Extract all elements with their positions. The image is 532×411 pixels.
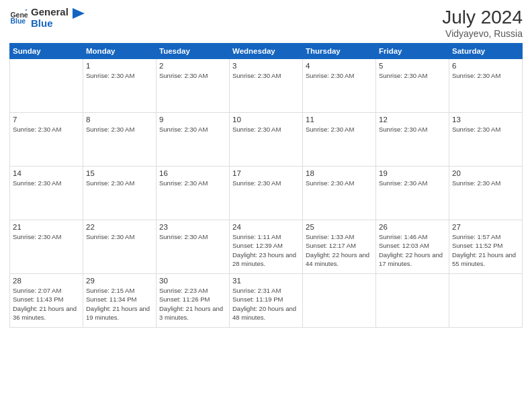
day-number: 15 — [86, 169, 153, 177]
day-info: Sunrise: 2:30 AM — [86, 232, 153, 241]
calendar-table: Sunday Monday Tuesday Wednesday Thursday… — [9, 43, 523, 328]
header: General Blue General Blue July 2024 Vidy… — [9, 7, 523, 39]
col-saturday: Saturday — [449, 44, 523, 59]
calendar-cell: 7Sunrise: 2:30 AM — [10, 113, 83, 167]
calendar-cell — [449, 274, 523, 328]
day-info: Sunrise: 2:30 AM — [13, 179, 80, 187]
day-number: 13 — [452, 116, 519, 124]
logo-blue: Blue — [31, 18, 69, 30]
logo-general: General — [31, 7, 69, 18]
day-number: 31 — [232, 277, 300, 285]
calendar-cell: 17Sunrise: 2:30 AM — [230, 167, 303, 220]
day-info: Sunrise: 2:30 AM — [306, 125, 373, 134]
logo-icon: General Blue — [9, 9, 28, 28]
day-info: Sunrise: 1:46 AM Sunset: 12:03 AM Daylig… — [379, 232, 446, 268]
calendar-cell: 11Sunrise: 2:30 AM — [303, 113, 376, 167]
logo: General Blue General Blue — [9, 7, 85, 29]
day-info: Sunrise: 2:30 AM — [86, 71, 153, 80]
day-info: Sunrise: 2:07 AM Sunset: 11:43 PM Daylig… — [13, 286, 80, 322]
day-info: Sunrise: 2:30 AM — [232, 71, 300, 80]
calendar-cell: 10Sunrise: 2:30 AM — [230, 113, 303, 167]
calendar-week-row: 7Sunrise: 2:30 AM8Sunrise: 2:30 AM9Sunri… — [10, 113, 523, 167]
calendar-week-row: 21Sunrise: 2:30 AM22Sunrise: 2:30 AM23Su… — [10, 220, 523, 274]
calendar-cell: 19Sunrise: 2:30 AM — [376, 167, 449, 220]
col-thursday: Thursday — [303, 44, 376, 59]
calendar-cell: 5Sunrise: 2:30 AM — [376, 59, 449, 113]
title-block: July 2024 Vidyayevo, Russia — [442, 7, 523, 39]
day-number: 14 — [13, 169, 80, 177]
day-number: 4 — [306, 62, 373, 70]
calendar-header-row: Sunday Monday Tuesday Wednesday Thursday… — [10, 44, 523, 59]
day-info: Sunrise: 2:30 AM — [452, 179, 519, 187]
day-number: 5 — [379, 62, 446, 70]
day-info: Sunrise: 2:30 AM — [86, 179, 153, 187]
day-info: Sunrise: 2:30 AM — [232, 125, 300, 134]
day-number: 29 — [86, 277, 153, 285]
calendar-cell: 12Sunrise: 2:30 AM — [376, 113, 449, 167]
day-number: 19 — [379, 169, 446, 177]
day-number: 7 — [13, 116, 80, 124]
calendar-cell: 18Sunrise: 2:30 AM — [303, 167, 376, 220]
calendar-cell: 23Sunrise: 2:30 AM — [157, 220, 230, 274]
col-friday: Friday — [376, 44, 449, 59]
day-info: Sunrise: 2:30 AM — [379, 179, 446, 187]
calendar-cell — [376, 274, 449, 328]
calendar-cell: 4Sunrise: 2:30 AM — [303, 59, 376, 113]
day-info: Sunrise: 2:30 AM — [159, 71, 226, 80]
day-number: 24 — [232, 223, 300, 231]
day-number: 6 — [452, 62, 519, 70]
page: General Blue General Blue July 2024 Vidy… — [0, 0, 532, 411]
day-number: 16 — [159, 169, 226, 177]
calendar-cell: 21Sunrise: 2:30 AM — [10, 220, 83, 274]
calendar-cell: 30Sunrise: 2:23 AM Sunset: 11:26 PM Dayl… — [157, 274, 230, 328]
day-info: Sunrise: 2:30 AM — [86, 125, 153, 134]
calendar-cell: 31Sunrise: 2:31 AM Sunset: 11:19 PM Dayl… — [230, 274, 303, 328]
day-info: Sunrise: 2:30 AM — [379, 125, 446, 134]
calendar-cell: 8Sunrise: 2:30 AM — [83, 113, 157, 167]
svg-text:Blue: Blue — [10, 17, 26, 25]
month-year: July 2024 — [442, 7, 523, 28]
day-number: 11 — [306, 116, 373, 124]
logo-triangle-icon — [73, 8, 85, 23]
day-info: Sunrise: 2:30 AM — [379, 71, 446, 80]
day-info: Sunrise: 2:15 AM Sunset: 11:34 PM Daylig… — [86, 286, 153, 322]
calendar-cell: 9Sunrise: 2:30 AM — [157, 113, 230, 167]
day-number: 27 — [452, 223, 519, 231]
day-info: Sunrise: 2:30 AM — [306, 179, 373, 187]
day-info: Sunrise: 2:30 AM — [13, 232, 80, 241]
day-info: Sunrise: 1:11 AM Sunset: 12:39 AM Daylig… — [232, 232, 300, 268]
day-number: 20 — [452, 169, 519, 177]
calendar-cell: 14Sunrise: 2:30 AM — [10, 167, 83, 220]
day-number: 25 — [306, 223, 373, 231]
day-number: 22 — [86, 223, 153, 231]
day-number: 3 — [232, 62, 300, 70]
day-number: 30 — [159, 277, 226, 285]
col-wednesday: Wednesday — [230, 44, 303, 59]
day-number: 2 — [159, 62, 226, 70]
day-number: 17 — [232, 169, 300, 177]
day-info: Sunrise: 2:30 AM — [306, 71, 373, 80]
calendar-cell: 28Sunrise: 2:07 AM Sunset: 11:43 PM Dayl… — [10, 274, 83, 328]
col-monday: Monday — [83, 44, 157, 59]
day-info: Sunrise: 2:23 AM Sunset: 11:26 PM Daylig… — [159, 286, 226, 322]
day-info: Sunrise: 1:57 AM Sunset: 11:52 PM Daylig… — [452, 232, 519, 268]
day-info: Sunrise: 2:30 AM — [452, 71, 519, 80]
day-info: Sunrise: 1:33 AM Sunset: 12:17 AM Daylig… — [306, 232, 373, 268]
day-number: 10 — [232, 116, 300, 124]
day-number: 9 — [159, 116, 226, 124]
calendar-cell: 6Sunrise: 2:30 AM — [449, 59, 523, 113]
day-number: 26 — [379, 223, 446, 231]
location: Vidyayevo, Russia — [442, 28, 523, 39]
calendar-cell: 25Sunrise: 1:33 AM Sunset: 12:17 AM Dayl… — [303, 220, 376, 274]
calendar-week-row: 1Sunrise: 2:30 AM2Sunrise: 2:30 AM3Sunri… — [10, 59, 523, 113]
calendar-cell: 27Sunrise: 1:57 AM Sunset: 11:52 PM Dayl… — [449, 220, 523, 274]
col-sunday: Sunday — [10, 44, 83, 59]
svg-marker-3 — [73, 8, 85, 19]
day-number: 8 — [86, 116, 153, 124]
day-number: 21 — [13, 223, 80, 231]
calendar-week-row: 28Sunrise: 2:07 AM Sunset: 11:43 PM Dayl… — [10, 274, 523, 328]
calendar-cell: 22Sunrise: 2:30 AM — [83, 220, 157, 274]
calendar-cell: 15Sunrise: 2:30 AM — [83, 167, 157, 220]
calendar-cell: 13Sunrise: 2:30 AM — [449, 113, 523, 167]
day-number: 12 — [379, 116, 446, 124]
